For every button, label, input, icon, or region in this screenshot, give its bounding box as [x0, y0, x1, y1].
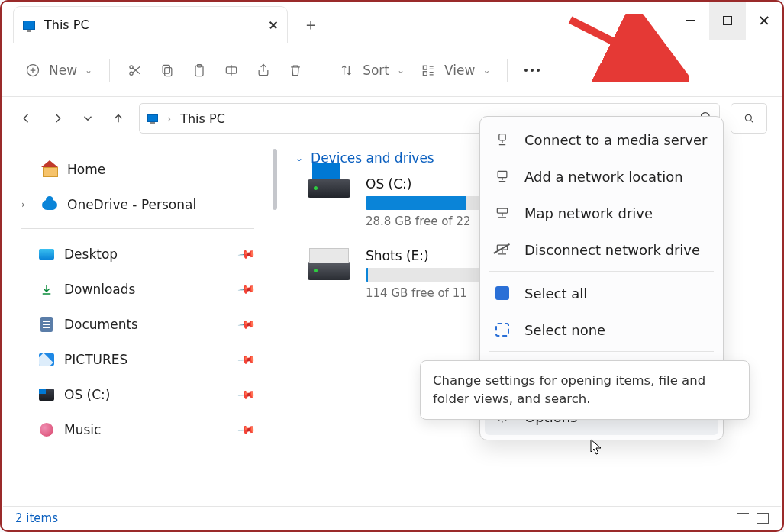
sidebar-item-label: Home [67, 162, 105, 177]
select-none-icon [494, 321, 511, 338]
document-icon [40, 317, 53, 332]
item-count: 2 items [15, 511, 58, 525]
command-bar: New ⌄ Sort ⌄ View ⌄ [2, 44, 782, 97]
map-drive-icon [494, 205, 511, 221]
sidebar-item-home[interactable]: Home [17, 152, 259, 187]
chevron-down-icon: ⌄ [397, 65, 405, 76]
menu-label: Disconnect network drive [524, 242, 700, 258]
chevron-down-icon: ⌄ [295, 153, 303, 163]
svg-rect-3 [165, 68, 172, 76]
sort-icon [338, 62, 355, 79]
sidebar-item-pictures[interactable]: PICTURES 📌 [17, 342, 259, 377]
menu-label: Connect to a media server [524, 132, 707, 148]
trash-icon [287, 62, 304, 79]
tab-title: This PC [44, 18, 260, 32]
scissors-icon [127, 62, 144, 79]
close-tab-icon[interactable] [269, 21, 278, 30]
pin-icon: 📌 [237, 314, 256, 334]
cut-button[interactable] [119, 57, 151, 83]
chevron-down-icon: ⌄ [482, 65, 490, 76]
menu-map-network-drive[interactable]: Map network drive [485, 195, 718, 231]
sidebar-item-os-c[interactable]: OS (C:) 📌 [17, 377, 259, 412]
sidebar-item-downloads[interactable]: Downloads 📌 [17, 272, 259, 307]
plus-circle-icon [24, 62, 41, 79]
sidebar-item-label: Documents [64, 317, 138, 332]
svg-rect-11 [499, 134, 505, 140]
pin-icon: 📌 [237, 279, 256, 299]
cloud-icon [42, 200, 57, 210]
paste-button[interactable] [183, 57, 215, 83]
delete-button[interactable] [279, 57, 311, 83]
maximize-button[interactable] [709, 2, 746, 40]
chevron-right-icon[interactable]: › [21, 199, 32, 210]
menu-connect-media-server[interactable]: Connect to a media server [485, 121, 718, 158]
copy-button[interactable] [151, 57, 183, 83]
home-icon [43, 163, 56, 176]
explorer-window: This PC ＋ New ⌄ Sort ⌄ [0, 0, 784, 532]
desktop-icon [39, 249, 54, 260]
drive-icon [39, 389, 54, 401]
tab-this-pc[interactable]: This PC [13, 6, 288, 43]
share-icon [255, 62, 272, 79]
forward-button[interactable] [47, 108, 67, 128]
copy-icon [159, 62, 176, 79]
svg-rect-9 [423, 72, 427, 76]
up-button[interactable] [108, 108, 128, 128]
sidebar-item-label: PICTURES [64, 352, 127, 367]
search-button[interactable] [731, 103, 767, 134]
share-button[interactable] [247, 57, 279, 83]
menu-select-none[interactable]: Select none [485, 311, 718, 348]
back-button[interactable] [17, 108, 37, 128]
scrollbar-thumb[interactable] [273, 149, 277, 210]
svg-rect-13 [497, 208, 507, 213]
minimize-button[interactable] [673, 2, 709, 40]
pin-icon: 📌 [237, 350, 256, 369]
more-button[interactable] [517, 64, 547, 76]
os-drive-icon [308, 179, 350, 198]
disconnect-drive-icon [494, 241, 511, 258]
menu-select-all[interactable]: Select all [485, 275, 718, 311]
media-server-icon [494, 131, 511, 148]
nav-sidebar: Home › OneDrive - Personal Desktop 📌 Dow… [3, 143, 266, 506]
window-controls [673, 2, 782, 40]
menu-label: Add a network location [524, 169, 683, 185]
new-button[interactable]: New ⌄ [17, 57, 100, 83]
titlebar: This PC ＋ [2, 2, 782, 44]
sort-button[interactable]: Sort ⌄ [331, 57, 412, 83]
status-bar: 2 items [3, 506, 781, 529]
sidebar-item-label: Downloads [64, 282, 135, 297]
svg-rect-12 [498, 171, 507, 177]
svg-rect-14 [497, 245, 507, 250]
new-label: New [49, 63, 77, 78]
menu-add-network-location[interactable]: Add a network location [485, 158, 718, 195]
network-location-icon [494, 168, 511, 185]
menu-label: Select all [524, 285, 587, 301]
capacity-bar [366, 268, 480, 282]
tiles-view-toggle[interactable] [757, 513, 769, 524]
sidebar-item-label: Music [64, 422, 101, 437]
recent-button[interactable] [78, 108, 98, 128]
address-text: This PC [180, 111, 225, 126]
new-tab-button[interactable]: ＋ [295, 9, 326, 40]
sidebar-item-onedrive[interactable]: › OneDrive - Personal [17, 187, 259, 222]
sidebar-item-music[interactable]: Music 📌 [17, 412, 259, 447]
pin-icon: 📌 [237, 420, 256, 440]
monitor-icon [23, 21, 35, 30]
details-view-toggle[interactable] [737, 513, 749, 524]
chevron-down-icon: ⌄ [85, 65, 92, 76]
view-button[interactable]: View ⌄ [412, 57, 498, 83]
close-window-button[interactable] [746, 2, 782, 40]
view-icon [420, 62, 437, 79]
menu-disconnect-network-drive[interactable]: Disconnect network drive [485, 231, 718, 268]
ellipsis-icon [524, 69, 540, 72]
sidebar-item-documents[interactable]: Documents 📌 [17, 307, 259, 342]
mouse-cursor [589, 438, 603, 455]
capacity-bar [366, 196, 480, 210]
menu-label: Select none [524, 322, 605, 338]
sidebar-scrollbar[interactable] [266, 143, 288, 506]
rename-button[interactable] [215, 57, 247, 83]
sidebar-item-desktop[interactable]: Desktop 📌 [17, 237, 259, 272]
hdd-icon [308, 262, 350, 280]
view-label: View [444, 63, 475, 78]
sort-label: Sort [363, 63, 389, 78]
